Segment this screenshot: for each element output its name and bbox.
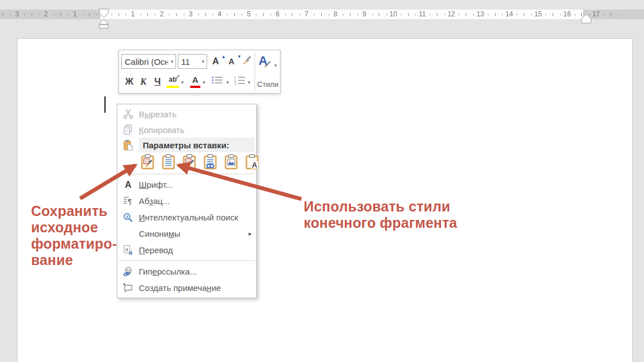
ruler-tick bbox=[379, 13, 379, 16]
ruler-tick bbox=[581, 13, 582, 16]
font-name-combo[interactable]: Calibri (Осн ▾ bbox=[121, 54, 176, 69]
menu-item-hyperlink[interactable]: Гиперссылка... bbox=[117, 263, 256, 280]
bold-button[interactable]: Ж bbox=[123, 75, 135, 89]
format-painter-button[interactable] bbox=[240, 54, 253, 68]
ruler-tick bbox=[466, 13, 466, 16]
paste-link-button[interactable] bbox=[203, 154, 218, 170]
chevron-down-icon: ▾ bbox=[274, 63, 277, 68]
ruler-tick bbox=[263, 13, 264, 16]
svg-text:¶: ¶ bbox=[128, 197, 132, 206]
ruler-tick bbox=[89, 13, 90, 16]
annotation-line: конечного фрагмента bbox=[304, 215, 457, 231]
italic-button[interactable]: К bbox=[138, 75, 149, 89]
ruler-number: 12 bbox=[448, 10, 455, 19]
copy-icon bbox=[117, 124, 139, 135]
font-size-combo[interactable]: 11 ▾ bbox=[178, 54, 207, 69]
menu-item-label: Интеллектуальный поиск bbox=[139, 213, 252, 222]
ruler-dot bbox=[603, 14, 604, 15]
text-highlight-button[interactable]: ab bbox=[165, 74, 180, 89]
font-color-button[interactable]: А bbox=[189, 74, 201, 89]
hyperlink-icon bbox=[117, 266, 139, 277]
paste-keep-source-formatting-button[interactable] bbox=[140, 154, 155, 170]
submenu-arrow-icon: ▸ bbox=[248, 230, 252, 237]
shrink-font-glyph: А bbox=[229, 57, 234, 66]
menu-item-label: Синонимы bbox=[139, 229, 248, 239]
font-a-icon: A bbox=[117, 180, 139, 189]
context-menu: ВырезатьКопироватьПараметры вставки:AAШр… bbox=[117, 104, 257, 298]
format-painter-icon bbox=[241, 55, 252, 68]
chevron-down-icon[interactable]: ▾ bbox=[248, 80, 251, 85]
ruler-tick bbox=[60, 13, 61, 16]
paste-options-label: Параметры вставки: bbox=[139, 138, 255, 152]
chevron-down-icon[interactable]: ▾ bbox=[199, 59, 207, 64]
chevron-down-icon[interactable]: ▾ bbox=[203, 80, 205, 85]
ruler-number: 3 bbox=[189, 10, 193, 19]
chevron-down-icon[interactable]: ▾ bbox=[181, 80, 184, 85]
menu-item-label: Гиперссылка... bbox=[139, 267, 252, 276]
menu-item-smart-lookup[interactable]: iИнтеллектуальный поиск bbox=[117, 209, 256, 226]
ruler-tick bbox=[495, 13, 496, 16]
menu-item-paste-options-header: Параметры вставки: bbox=[117, 138, 256, 152]
annotation-line: форматиро- bbox=[31, 236, 117, 252]
menu-item-translate[interactable]: аяПеревод bbox=[117, 242, 256, 258]
grow-font-glyph: А bbox=[212, 56, 219, 67]
styles-label: Стили bbox=[255, 80, 281, 89]
chevron-down-icon[interactable]: ▾ bbox=[226, 80, 229, 85]
ruler-number: 2 bbox=[44, 10, 48, 19]
paste-icon bbox=[117, 139, 139, 151]
styles-gallery-button[interactable]: А ▾ Стили bbox=[255, 52, 281, 91]
ruler-tick bbox=[2, 13, 3, 16]
ruler-dot bbox=[314, 14, 315, 15]
annotation-keep-source-formatting: Сохранитьисходноеформатиро-вание bbox=[31, 203, 117, 268]
paste-keep-text-only-button[interactable]: A bbox=[244, 154, 260, 170]
mini-formatting-toolbar: Calibri (Осн ▾ 11 ▾ А ▲ А ▼ А ▾ Стили Ж … bbox=[119, 50, 281, 94]
ruler-number: 2 bbox=[160, 10, 164, 19]
ruler-number: 6 bbox=[275, 10, 279, 19]
ruler-number: 3 bbox=[15, 10, 19, 19]
scissors-icon bbox=[117, 108, 139, 120]
annotation-line: вание bbox=[31, 252, 117, 268]
menu-item-synonyms[interactable]: Синонимы▸ bbox=[117, 226, 256, 242]
underline-button[interactable]: Ч bbox=[152, 75, 163, 89]
menu-item-label: Шрифт... bbox=[139, 180, 252, 189]
ruler-dot bbox=[357, 14, 358, 15]
paste-use-destination-styles-button[interactable] bbox=[161, 154, 176, 170]
font-color-bar bbox=[190, 86, 200, 88]
grow-font-button[interactable]: А ▲ bbox=[209, 55, 222, 68]
left-indent-marker[interactable] bbox=[99, 25, 108, 28]
bold-glyph: Ж bbox=[125, 77, 133, 87]
menu-item-paragraph[interactable]: ¶Абзац... bbox=[117, 193, 256, 209]
ruler-dot bbox=[560, 14, 561, 15]
new-comment-icon bbox=[117, 282, 139, 294]
menu-item-new-comment[interactable]: Создать примечание bbox=[117, 280, 256, 296]
ruler-tick bbox=[234, 13, 235, 16]
ruler-number: 1 bbox=[131, 10, 135, 19]
paste-options-row: A bbox=[117, 152, 256, 171]
ruler-dot bbox=[372, 14, 373, 15]
menu-item-label: Вырезать bbox=[139, 109, 252, 119]
styles-brush-icon bbox=[263, 60, 272, 68]
bullets-button[interactable] bbox=[211, 76, 224, 86]
ruler-dot bbox=[39, 14, 40, 15]
ruler-dot bbox=[401, 14, 402, 15]
ruler-dot bbox=[97, 14, 98, 15]
menu-item-font[interactable]: AШрифт... bbox=[117, 176, 256, 193]
shrink-font-button[interactable]: А ▼ bbox=[225, 55, 238, 68]
ruler-tick bbox=[176, 13, 177, 16]
ruler-dot bbox=[488, 14, 489, 15]
annotation-line: Использовать стили bbox=[304, 198, 457, 215]
menu-item-cut: Вырезать bbox=[117, 106, 256, 122]
ruler-number: 5 bbox=[247, 10, 251, 19]
numbering-button[interactable]: 123 bbox=[233, 76, 247, 86]
paste-merge-formatting-button[interactable] bbox=[182, 154, 197, 170]
menu-item-label: Копировать bbox=[139, 125, 252, 135]
chevron-down-icon[interactable]: ▾ bbox=[168, 59, 176, 64]
menu-separator bbox=[119, 174, 255, 174]
hanging-indent-marker[interactable] bbox=[99, 19, 108, 24]
ruler-tick bbox=[611, 13, 611, 16]
paste-picture-button[interactable] bbox=[224, 154, 239, 170]
ruler-tick bbox=[32, 13, 32, 16]
ruler-tick bbox=[205, 13, 206, 16]
smart-lookup-icon: i bbox=[117, 212, 139, 223]
ruler-dot bbox=[618, 14, 619, 15]
